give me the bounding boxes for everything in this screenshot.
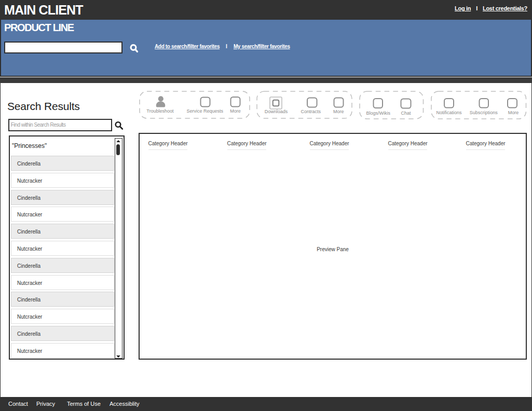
svg-text:More: More <box>230 108 241 114</box>
svg-text:Contracts: Contracts <box>301 109 321 114</box>
svg-text:Service Requests: Service Requests <box>186 108 223 114</box>
svg-text:Downloads: Downloads <box>265 109 288 114</box>
svg-text:Troubleshoot: Troubleshoot <box>146 108 174 114</box>
svg-text:Subscriptions: Subscriptions <box>470 110 498 115</box>
svg-text:More: More <box>333 109 344 114</box>
svg-text:More: More <box>508 110 519 115</box>
svg-text:Blogs/Wikis: Blogs/Wikis <box>366 111 391 116</box>
svg-text:Notifications: Notifications <box>436 110 462 115</box>
svg-text:Chat: Chat <box>401 111 411 116</box>
